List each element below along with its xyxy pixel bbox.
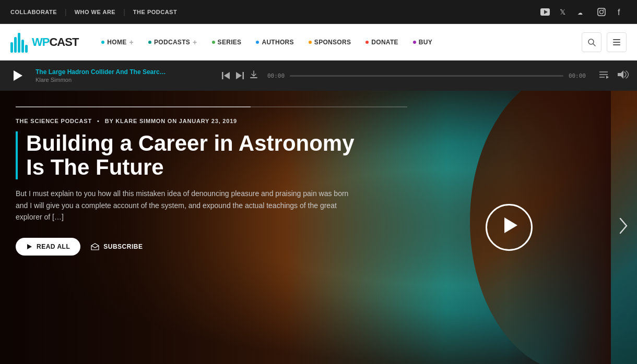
hero-play-button[interactable] bbox=[486, 204, 533, 251]
nav-plus-podcasts: + bbox=[193, 38, 197, 46]
top-bar-nav: COLLABORATE | WHO WE ARE | THE PODCAST bbox=[10, 8, 185, 16]
nav-dot-authors bbox=[256, 41, 259, 44]
nav-plus-home: + bbox=[129, 38, 134, 46]
nav-right bbox=[582, 32, 627, 52]
read-all-label: READ ALL bbox=[37, 243, 70, 250]
track-author: Klare Simmon bbox=[36, 77, 213, 83]
main-nav: WPCAST HOME + PODCASTS + SERIES AUTHORS … bbox=[0, 24, 637, 60]
hero-meta-separator: • bbox=[97, 118, 100, 124]
logo-wp: WP bbox=[32, 35, 49, 48]
hero-progress-line bbox=[16, 106, 407, 107]
logo-bar-4 bbox=[21, 40, 24, 53]
subscribe-label: SUBSCRIBE bbox=[103, 243, 143, 250]
logo-bar-5 bbox=[25, 45, 28, 53]
svg-rect-11 bbox=[222, 72, 223, 79]
download-button[interactable] bbox=[249, 69, 259, 82]
nav-authors[interactable]: AUTHORS bbox=[249, 24, 301, 60]
svg-rect-13 bbox=[243, 72, 244, 79]
nav-buy[interactable]: BUY bbox=[406, 24, 440, 60]
nav-dot-home bbox=[101, 41, 104, 44]
logo-bar-3 bbox=[18, 33, 20, 53]
nav-label-podcasts: PODCASTS bbox=[154, 39, 190, 46]
nav-dot-donate bbox=[365, 41, 369, 44]
nav-label-home: HOME bbox=[107, 39, 126, 46]
svg-point-6 bbox=[603, 9, 604, 10]
time-current: 00:00 bbox=[267, 72, 285, 79]
menu-line-3 bbox=[613, 44, 620, 45]
logo-text: WPCAST bbox=[32, 35, 78, 49]
hero-meta: THE SCIENCE PODCAST • BY KLARE SIMMON ON… bbox=[16, 118, 360, 124]
hero-category: THE SCIENCE PODCAST bbox=[16, 118, 92, 124]
hero-excerpt: But I must explain to you how all this m… bbox=[16, 188, 355, 223]
hero-byline: BY KLARE SIMMON ON JANUARY 23, 2019 bbox=[105, 118, 237, 124]
svg-line-9 bbox=[593, 44, 595, 46]
svg-text:☁: ☁ bbox=[577, 10, 583, 15]
hero-progress-fill bbox=[16, 106, 251, 107]
player-controls bbox=[221, 69, 259, 82]
svg-marker-21 bbox=[27, 244, 32, 249]
menu-line-2 bbox=[613, 42, 620, 43]
nav-label-donate: DONATE bbox=[371, 39, 398, 46]
nav-dot-sponsors bbox=[309, 41, 312, 44]
logo-bar-2 bbox=[14, 37, 17, 53]
nav-label-buy: BUY bbox=[419, 39, 432, 46]
svg-rect-15 bbox=[250, 77, 257, 78]
menu-line-1 bbox=[613, 39, 620, 40]
svg-marker-10 bbox=[14, 70, 22, 81]
topbar-link-podcast[interactable]: THE PODCAST bbox=[125, 9, 185, 15]
facebook-icon[interactable]: f bbox=[614, 6, 627, 18]
soundcloud-icon[interactable]: ☁ bbox=[576, 6, 589, 18]
instagram-icon[interactable] bbox=[595, 6, 608, 18]
hero-section: THE SCIENCE PODCAST • BY KLARE SIMMON ON… bbox=[0, 91, 637, 364]
topbar-link-collaborate[interactable]: COLLABORATE bbox=[10, 9, 65, 15]
svg-marker-14 bbox=[236, 72, 242, 79]
nav-sponsors[interactable]: SPONSORS bbox=[301, 24, 358, 60]
search-button[interactable] bbox=[582, 32, 601, 52]
hero-play-icon bbox=[503, 217, 518, 238]
logo-icon bbox=[10, 32, 28, 53]
logo-cast: CAST bbox=[49, 35, 78, 48]
nav-label-authors: AUTHORS bbox=[262, 39, 293, 46]
hero-content: THE SCIENCE PODCAST • BY KLARE SIMMON ON… bbox=[0, 91, 376, 271]
svg-text:𝕏: 𝕏 bbox=[560, 8, 565, 16]
logo[interactable]: WPCAST bbox=[10, 32, 78, 53]
nav-dot-buy bbox=[413, 41, 416, 44]
topbar-link-who-we-are[interactable]: WHO WE ARE bbox=[67, 9, 124, 15]
youtube-icon[interactable] bbox=[539, 6, 551, 18]
hero-next-button[interactable] bbox=[618, 217, 629, 237]
progress-bar[interactable] bbox=[290, 75, 563, 77]
nav-home[interactable]: HOME + bbox=[94, 24, 141, 60]
x-twitter-icon[interactable]: 𝕏 bbox=[558, 6, 570, 18]
progress-area: 00:00 00:00 bbox=[267, 72, 586, 79]
nav-dot-podcasts bbox=[148, 41, 151, 44]
nav-items: HOME + PODCASTS + SERIES AUTHORS SPONSOR… bbox=[94, 24, 582, 60]
svg-point-5 bbox=[600, 10, 604, 14]
top-bar: COLLABORATE | WHO WE ARE | THE PODCAST 𝕏… bbox=[0, 0, 637, 24]
next-button[interactable] bbox=[235, 71, 244, 80]
nav-podcasts[interactable]: PODCASTS + bbox=[141, 24, 205, 60]
nav-label-series: SERIES bbox=[218, 39, 242, 46]
svg-marker-20 bbox=[618, 70, 623, 79]
volume-button[interactable] bbox=[617, 70, 629, 82]
svg-marker-19 bbox=[606, 76, 609, 79]
svg-text:f: f bbox=[618, 8, 620, 17]
hero-title: Building a Career in Astronomy Is The Fu… bbox=[16, 131, 360, 179]
nav-series[interactable]: SERIES bbox=[205, 24, 249, 60]
subscribe-button[interactable]: SUBSCRIBE bbox=[91, 243, 143, 250]
track-info: The Large Hadron Collider And The Searc…… bbox=[36, 68, 213, 83]
svg-rect-4 bbox=[598, 8, 605, 16]
hero-buttons: READ ALL SUBSCRIBE bbox=[16, 238, 360, 256]
nav-donate[interactable]: DONATE bbox=[358, 24, 406, 60]
logo-bar-1 bbox=[10, 42, 13, 53]
read-all-button[interactable]: READ ALL bbox=[16, 238, 80, 256]
prev-button[interactable] bbox=[221, 71, 231, 80]
nav-label-sponsors: SPONSORS bbox=[314, 39, 351, 46]
menu-button[interactable] bbox=[607, 32, 627, 52]
track-title[interactable]: The Large Hadron Collider And The Searc… bbox=[36, 68, 213, 76]
nav-dot-series bbox=[212, 41, 215, 44]
social-icons: 𝕏 ☁ f bbox=[539, 6, 627, 18]
audio-player: The Large Hadron Collider And The Searc…… bbox=[0, 60, 637, 91]
time-total: 00:00 bbox=[569, 72, 586, 79]
playlist-button[interactable] bbox=[598, 69, 609, 82]
play-button[interactable] bbox=[8, 66, 27, 85]
